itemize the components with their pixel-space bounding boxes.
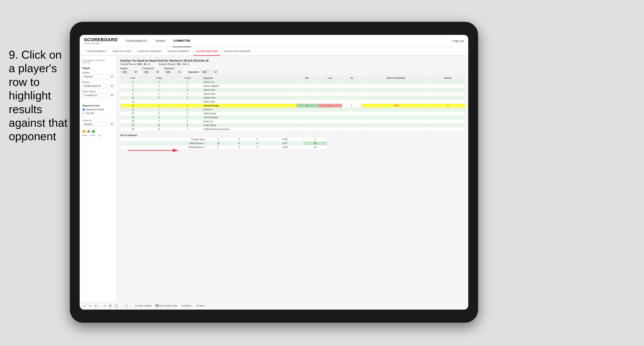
ood-row[interactable]: NCAA Division 2 5 0 0 7.400 10 (120, 146, 327, 149)
col-loss: Loss (318, 76, 342, 80)
tablet-screen: SCOREBOARD Powered by clippi TOURNAMENTS… (80, 35, 468, 310)
h2h-table: # Div # Reg # Conf Opponent Win Loss Tie… (120, 76, 465, 131)
radio-opponents-played[interactable]: Opponents Played (82, 108, 114, 111)
region-select[interactable]: (All) (120, 70, 138, 74)
save-custom-button[interactable]: 💾 Save Custom View (154, 304, 179, 308)
watch-button[interactable]: 👁 Watch ▾ (180, 304, 194, 308)
grid-title: Katelyn Vo Head-to-Head Grid for Women's… (120, 59, 465, 62)
table-row[interactable]: 19 10 6 Emily Chang (120, 123, 465, 127)
col-conf: # Conf (172, 76, 202, 80)
table-row[interactable]: 15 8 5 Stella Cheng (120, 112, 465, 116)
nav-committee[interactable]: COMMITTEE (172, 35, 191, 47)
conference-select[interactable]: (All) (142, 70, 160, 74)
colour-dots (82, 130, 114, 133)
last-updated: Last Updated: 27/03/2024 16:55:38 (82, 59, 114, 64)
table-row[interactable]: 5 2 2 Alexis Sudjianto (120, 84, 465, 88)
toolbar-divider-2 (121, 304, 122, 308)
tab-team-summary[interactable]: TEAM SUMMARY (84, 47, 109, 56)
division-label: Division (82, 81, 114, 83)
table-row[interactable]: 6 1 3 Sydney Kuo (120, 88, 465, 92)
conference-filter: Conference (All) (142, 67, 160, 74)
ood-table: Foreign Team 1 0 0 4.500 2 NAIA Division… (120, 137, 327, 149)
table-row[interactable]: 18 2 2 Euna Lee (120, 120, 465, 123)
table-row[interactable]: 16 9 1 Jessica Mason (120, 116, 465, 120)
clock-button[interactable]: 🕐 (124, 304, 129, 308)
division-record: Division Record: 331 - 34 - 6 (159, 63, 189, 65)
ood-row[interactable]: Foreign Team 1 0 0 4.500 2 (120, 138, 327, 142)
gender-select[interactable]: Women's (82, 75, 114, 79)
logo-text: SCOREBOARD (84, 37, 118, 42)
ood-row[interactable]: NAIA Division 1 15 0 0 9.267 30 (120, 142, 327, 146)
main-content: Last Updated: 27/03/2024 16:55:38 Player… (80, 56, 468, 302)
colour-select[interactable]: Win/loss (82, 122, 114, 127)
tab-player-h2h-heatmap[interactable]: PLAYER H2H HEATMAP (221, 47, 253, 56)
tab-player-summary[interactable]: PLAYER SUMMARY (165, 47, 192, 56)
nav-tournaments[interactable]: TOURNAMENTS (124, 35, 148, 47)
toolbar-divider-3 (131, 304, 132, 308)
paste-button[interactable]: 📋 (114, 304, 119, 308)
table-row[interactable]: 12 Heejo Hyun (120, 100, 465, 104)
undo-button[interactable]: ↩ (82, 304, 87, 308)
dot-down (82, 130, 85, 133)
colour-section: Colour by Win/loss Down Level Up (82, 119, 114, 137)
sign-out-link[interactable]: | Sign out (452, 39, 464, 42)
bottom-toolbar: ↩ ↪ ⟳ ✂ ⧉ 📋 🕐 👁 View: Original 💾 Save Cu… (80, 302, 468, 310)
opponents-filter: Opponents: (All) (188, 70, 218, 74)
dot-labels: Down Level Up (82, 134, 114, 137)
instruction-text: 9. Click on a player's row to highlight … (9, 48, 70, 143)
col-div: # Div (120, 76, 146, 80)
logo-sub: Powered by clippi (84, 42, 118, 44)
opponent-view-title: Opponent view (82, 104, 114, 107)
redo-button[interactable]: ↪ (88, 304, 92, 308)
toolbar-divider-1 (100, 304, 100, 308)
filter-row: Region (All) Conference (All) (120, 67, 465, 74)
tab-player-h2h-grid[interactable]: PLAYER H2H GRID (194, 47, 220, 56)
table-row[interactable]: 3 4 1 Esther Lee (120, 80, 465, 84)
logo-area: SCOREBOARD Powered by clippi (84, 37, 118, 44)
table-row[interactable]: 20 11 7 Federica Domecq Lacroze (120, 127, 465, 131)
dot-up (92, 130, 95, 133)
col-opponent: Opponent (202, 76, 296, 80)
col-diff: Diff Av Strokes/Rnd (361, 76, 431, 80)
nav-teams[interactable]: TEAMS (154, 35, 166, 47)
player-rank-label: Player (Rank) (82, 90, 114, 93)
colour-by-label: Colour by (82, 119, 114, 122)
nav-links: TOURNAMENTS TEAMS COMMITTEE (124, 35, 452, 47)
radio-top100[interactable]: Top 100 (82, 112, 114, 115)
grid-records: Overall Record: 353 - 34 - 6 Division Re… (120, 63, 465, 65)
tablet-device: SCOREBOARD Powered by clippi TOURNAMENTS… (70, 22, 478, 323)
cut-button[interactable]: ✂ (102, 304, 107, 308)
table-row[interactable]: 10 6 3 Andrea York (120, 96, 465, 100)
division-select[interactable]: NCAA Division III (82, 84, 114, 88)
player-select[interactable]: 8. Katelyn Vo (82, 93, 114, 97)
copy-button[interactable]: ⧉ (108, 304, 112, 308)
table-row[interactable]: 14 7 4 Eunice Yi (120, 108, 465, 112)
table-row[interactable]: 9 1 4 Sharon Mun (120, 92, 465, 96)
view-original-button[interactable]: 👁 View: Original (134, 304, 153, 308)
region-filter: Region (All) (120, 67, 138, 74)
col-tie: Tie (342, 76, 361, 80)
opponent-filter: Opponent (All) (164, 67, 182, 74)
sidebar: Last Updated: 27/03/2024 16:55:38 Player… (80, 56, 117, 302)
tab-team-h2h-grid[interactable]: TEAM H2H GRID (110, 47, 134, 56)
ood-title: Out of division (120, 134, 465, 137)
col-reg: # Reg (146, 76, 172, 80)
player-section-title: Player (82, 67, 114, 70)
share-button[interactable]: ⬆ Share (195, 304, 206, 308)
grid-area: Katelyn Vo Head-to-Head Grid for Women's… (117, 56, 468, 302)
col-rounds: Rounds (431, 76, 464, 80)
gender-label: Gender (82, 71, 114, 74)
table-row-selected[interactable]: 13 1 1 Jessica Huang 0 1 0 -3.00 2 (120, 104, 465, 108)
overall-record: Overall Record: 353 - 34 - 6 (120, 63, 150, 65)
opponents-select[interactable]: (All) (200, 70, 218, 74)
col-win: Win (296, 76, 318, 80)
dot-level (87, 130, 90, 133)
refresh-button[interactable]: ⟳ (94, 304, 98, 308)
top-nav: SCOREBOARD Powered by clippi TOURNAMENTS… (80, 35, 468, 47)
sub-nav: TEAM SUMMARY TEAM H2H GRID TEAM H2H HEAT… (80, 47, 468, 56)
opponent-select[interactable]: (All) (164, 70, 182, 74)
tab-team-h2h-heatmap[interactable]: TEAM H2H HEATMAP (135, 47, 164, 56)
